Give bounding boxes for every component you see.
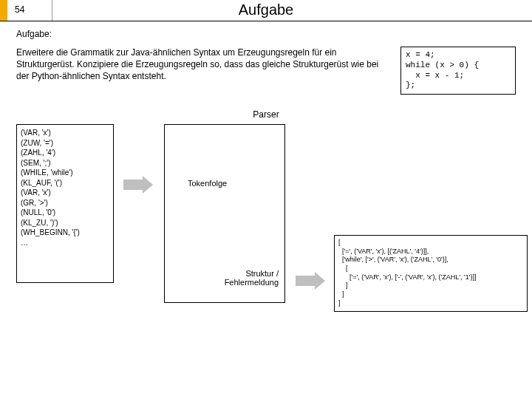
- parser-label: Parser: [16, 109, 516, 120]
- arrow-icon: [123, 176, 153, 194]
- slide-title: Aufgabe: [0, 1, 532, 18]
- slide-header: 54 Aufgabe: [0, 0, 532, 21]
- token-sequence-box: (VAR, 'x') (ZUW, '=') (ZAHL, '4') (SEM, …: [16, 124, 114, 283]
- arrow-icon: [296, 272, 325, 290]
- source-code-box: x = 4; while (x > 0) { x = x - 1; };: [400, 47, 516, 95]
- output-structure-box: [ ['=', ('VAR', 'x'), [('ZAHL', '4')]], …: [334, 235, 528, 312]
- task-description: Erweitere die Grammatik zur Java-ähnlich…: [16, 47, 386, 83]
- parser-output-label: Struktur / Fehlermeldung: [208, 269, 279, 287]
- section-subhead: Aufgabe:: [16, 29, 516, 39]
- parser-diagram: (VAR, 'x') (ZUW, '=') (ZAHL, '4') (SEM, …: [16, 124, 516, 331]
- parser-input-label: Tokenfolge: [188, 179, 227, 188]
